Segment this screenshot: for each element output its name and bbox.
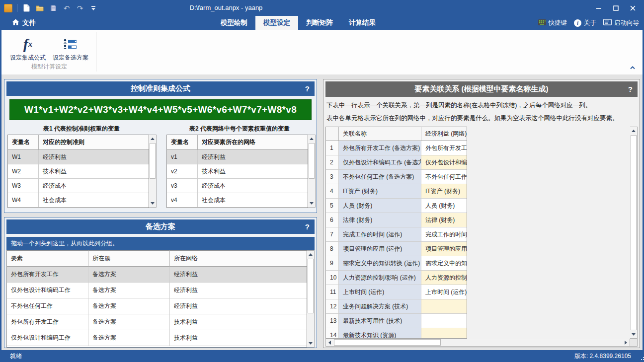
table-row[interactable]: 3不外包任何工作 (备选方案)不外包任何工作 (备选方案)不外包任何工作 (备选… bbox=[326, 170, 467, 184]
table-row[interactable]: W4社会成本 bbox=[8, 193, 149, 208]
table-row[interactable]: 仅外包设计和编码工作备选方案经济利益 bbox=[7, 283, 307, 298]
about-button[interactable]: i 关于 bbox=[574, 19, 596, 27]
table-row[interactable]: v2技术利益 bbox=[167, 164, 308, 179]
table-cell: 经济成本 bbox=[39, 179, 149, 193]
table-row[interactable]: 10人力资源的控制/影响 (运作)人力资源的控制/影响 (运作) bbox=[326, 271, 467, 285]
table-cell bbox=[421, 314, 467, 328]
wizard-window-icon bbox=[603, 19, 612, 27]
wizard-button[interactable]: 启动向导 bbox=[603, 19, 639, 27]
column-header[interactable] bbox=[326, 127, 339, 141]
scroll-down-button[interactable] bbox=[149, 200, 156, 207]
save-icon[interactable] bbox=[49, 3, 58, 13]
shortcut-keys-button[interactable]: 快捷键 bbox=[538, 19, 567, 27]
scroll-down-button[interactable] bbox=[630, 331, 637, 338]
group-by-hint[interactable]: 拖动一个列头到这里，从而以此列分组。 bbox=[6, 237, 315, 250]
table-row[interactable]: 2仅外包设计和编码工作 (备选方案)仅外包设计和编码工作 (备选方案)仅外包设计… bbox=[326, 155, 467, 170]
scroll-up-button[interactable] bbox=[149, 135, 156, 143]
table-row[interactable]: W3经济成本 bbox=[8, 179, 149, 193]
tab-model-setting[interactable]: 模型设定 bbox=[255, 16, 298, 30]
table-row[interactable]: 9需求定义中的知识转换 (运作)需求定义中的知识转换 (运作) bbox=[326, 256, 467, 271]
table-row[interactable]: 1外包所有开发工作 (备选方案)外包所有开发工作 (备选方案)外包所有开发工作 … bbox=[326, 141, 467, 155]
scrollbar-thumb[interactable] bbox=[308, 259, 314, 313]
table-row[interactable]: 8项目管理的应用 (运作)项目管理的应用 (运作) bbox=[326, 242, 467, 256]
table-row[interactable]: 12业务问题解决方案 (技术)业务问题解决方案 (技术) bbox=[326, 299, 467, 314]
vertical-scrollbar[interactable] bbox=[149, 135, 157, 208]
content-area: 控制准则集成公式 ? W1*v1+W2*v2+W3*v3+W4*v4+W5*v5… bbox=[1, 74, 643, 350]
column-header[interactable]: 关联名称 bbox=[339, 127, 421, 141]
tab-judgment-matrix[interactable]: 判断矩阵 bbox=[298, 16, 341, 30]
minimize-button[interactable] bbox=[590, 0, 607, 16]
relations-panel-header: 要素关联关系 (根据模型中要素名称生成) ? bbox=[325, 81, 638, 97]
table-cell: v4 bbox=[167, 193, 198, 208]
vertical-scrollbar[interactable] bbox=[630, 127, 638, 339]
help-button[interactable]: ? bbox=[305, 81, 310, 96]
quick-access-toolbar: ↶ ↷ bbox=[4, 0, 98, 16]
table-cell: 经济利益 bbox=[170, 298, 307, 314]
column-header[interactable]: 对应要素所在的网络 bbox=[198, 135, 308, 150]
open-folder-icon[interactable] bbox=[35, 3, 44, 13]
column-header[interactable]: 所在网络 bbox=[170, 250, 307, 267]
table-row[interactable]: W1经济利益 bbox=[8, 150, 149, 164]
resize-grip[interactable] bbox=[641, 359, 642, 360]
table-cell: W1 bbox=[8, 150, 39, 164]
column-header[interactable]: 变量名 bbox=[8, 135, 39, 150]
scrollbar-thumb[interactable] bbox=[309, 143, 315, 179]
column-header[interactable]: 经济利益 (网络) bbox=[421, 127, 467, 141]
file-menu-button[interactable]: 文件 bbox=[12, 16, 36, 30]
column-header[interactable]: 变量名 bbox=[167, 135, 198, 150]
table-row[interactable]: 4IT资产 (财务)IT资产 (财务) bbox=[326, 184, 467, 199]
ribbon-collapse-button[interactable] bbox=[629, 65, 637, 71]
column-header[interactable]: 所在簇 bbox=[88, 250, 170, 267]
horizontal-scrollbar[interactable] bbox=[325, 339, 630, 347]
new-file-icon[interactable] bbox=[22, 3, 31, 13]
scroll-down-button[interactable] bbox=[307, 340, 314, 347]
table-cell: 14 bbox=[326, 328, 339, 339]
scroll-down-button[interactable] bbox=[308, 200, 315, 207]
table-row[interactable]: 13最新技术可用性 (技术)最新技术可用性 (技术) bbox=[326, 314, 467, 328]
table-row[interactable]: 14最新技术知识 (资源)最新技术知识 (资源) bbox=[326, 328, 467, 339]
undo-icon[interactable]: ↶ bbox=[62, 3, 71, 13]
table-row[interactable]: v3经济成本 bbox=[167, 179, 308, 193]
help-button[interactable]: ? bbox=[628, 81, 633, 97]
table-row[interactable]: 仅外包设计和编码工作备选方案技术利益 bbox=[7, 330, 307, 346]
scrollbar-thumb[interactable] bbox=[631, 135, 637, 330]
formula-panel-title: 控制准则集成公式 bbox=[131, 84, 190, 93]
table-cell: 外包所有开发工作 (备选方案) bbox=[339, 141, 421, 155]
scroll-up-button[interactable] bbox=[630, 127, 637, 135]
qat-dropdown-icon[interactable] bbox=[89, 3, 98, 13]
table-row[interactable]: 不外包任何工作备选方案经济利益 bbox=[7, 298, 307, 314]
tab-model-draw[interactable]: 模型绘制 bbox=[213, 16, 255, 30]
scroll-right-button[interactable] bbox=[622, 339, 630, 346]
scrollbar-thumb[interactable] bbox=[150, 143, 156, 179]
table-row[interactable]: 外包所有开发工作备选方案技术利益 bbox=[7, 314, 307, 330]
maximize-button[interactable] bbox=[607, 0, 624, 16]
scroll-up-button[interactable] bbox=[308, 135, 315, 143]
table-row[interactable]: 外包所有开发工作备选方案经济利益 bbox=[7, 267, 307, 283]
vertical-scrollbar[interactable] bbox=[308, 135, 316, 208]
scrollbar-thumb[interactable] bbox=[334, 339, 441, 346]
table-row[interactable]: W2技术利益 bbox=[8, 164, 149, 179]
column-header[interactable]: 对应的控制准则 bbox=[39, 135, 149, 150]
table-cell: 11 bbox=[326, 285, 339, 299]
redo-icon[interactable]: ↷ bbox=[76, 3, 84, 13]
tab-calc-result[interactable]: 计算结果 bbox=[341, 16, 384, 30]
table-cell: 法律 (财务) bbox=[339, 213, 421, 227]
app-window: ↶ ↷ D:\farm_out.anpx - yaanp 文件 模型绘制 模型设… bbox=[0, 0, 644, 362]
table-row[interactable]: 5人员 (财务)人员 (财务) bbox=[326, 199, 467, 213]
scroll-up-button[interactable] bbox=[307, 251, 314, 258]
close-button[interactable] bbox=[624, 0, 641, 16]
scroll-left-button[interactable] bbox=[326, 339, 333, 346]
table-cell: 最新技术可用性 (技术) bbox=[339, 314, 421, 328]
vertical-scrollbar[interactable] bbox=[307, 250, 315, 348]
column-header[interactable]: 要素 bbox=[7, 250, 88, 267]
table-cell: 社会成本 bbox=[198, 193, 308, 208]
table-row[interactable]: v4社会成本 bbox=[167, 193, 308, 208]
table-row[interactable]: 11上市时间 (运作)上市时间 (运作) bbox=[326, 285, 467, 299]
table-cell: 7 bbox=[326, 227, 339, 242]
table-row[interactable]: v1经济利益 bbox=[167, 150, 308, 164]
table-row[interactable]: 6法律 (财务)法律 (财务) bbox=[326, 213, 467, 227]
statusbar: 就绪 版本: 2.4.8399.26105 bbox=[0, 350, 644, 362]
table-row[interactable]: 7完成工作的时间 (运作)完成工作的时间 (运作) bbox=[326, 227, 467, 242]
help-button[interactable]: ? bbox=[305, 219, 310, 234]
table-cell: 仅外包设计和编码工作 bbox=[7, 330, 88, 346]
